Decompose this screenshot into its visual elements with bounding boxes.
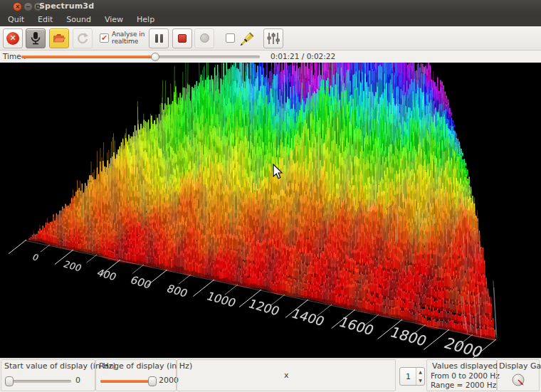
menu-item-help[interactable]: Help	[130, 14, 161, 26]
record-button[interactable]	[194, 28, 214, 48]
range-handle[interactable]	[148, 376, 157, 386]
middle-group: x	[177, 359, 396, 391]
jack-checkbox[interactable]	[226, 33, 235, 43]
open-file-button[interactable]	[49, 28, 69, 48]
quit-button[interactable]: ✕	[3, 28, 23, 48]
mic-button[interactable]	[26, 28, 46, 48]
spectrogram-area[interactable]: 0200400600800100012001400160018002000	[0, 63, 541, 358]
spectrum3d-window: × Spectrum3d Quit Edit Sound View Help ✕	[0, 0, 541, 392]
spinner-up-icon[interactable]: ▲	[416, 368, 424, 376]
menu-item-sound[interactable]: Sound	[60, 14, 98, 26]
pause-icon	[155, 34, 163, 43]
start-value-handle[interactable]	[5, 376, 14, 386]
redo-icon	[75, 31, 90, 46]
redo-button[interactable]	[73, 28, 93, 48]
equalizer-icon	[266, 31, 280, 46]
mouse-cursor	[273, 164, 285, 181]
spinner-down-icon[interactable]: ▼	[416, 376, 424, 385]
bottom-panel: Start value of display (in Hz) 0 Range o…	[0, 358, 541, 392]
time-slider-fill	[21, 55, 155, 58]
jack-plug-icon	[236, 28, 259, 49]
values-displayed-group: Values displayed From 0 to 2000 Hz Range…	[426, 359, 497, 391]
values-displayed-title: Values displayed	[432, 361, 498, 371]
stop-button[interactable]	[172, 28, 192, 48]
spinner-value: 1	[400, 368, 416, 385]
stop-icon	[178, 34, 187, 43]
pause-button[interactable]	[149, 28, 169, 48]
time-slider[interactable]	[21, 55, 260, 58]
microphone-icon	[28, 31, 43, 46]
window-minimize-button[interactable]	[23, 2, 33, 11]
menu-item-edit[interactable]: Edit	[31, 14, 59, 26]
start-value-text: 0	[75, 376, 80, 385]
range-slider[interactable]	[100, 380, 156, 383]
display-gain-group: Display Gain	[497, 359, 540, 391]
titlebar[interactable]: × Spectrum3d	[0, 0, 541, 14]
display-gain-title: Display Gain	[499, 361, 541, 371]
time-slider-handle[interactable]	[151, 53, 159, 61]
window-title: Spectrum3d	[39, 1, 94, 11]
menu-item-view[interactable]: View	[98, 14, 130, 26]
gain-knob[interactable]	[510, 373, 527, 390]
open-folder-icon	[51, 31, 67, 46]
menu-item-quit[interactable]: Quit	[1, 14, 31, 26]
time-position-text: 0:01:21 / 0:02:22	[270, 52, 335, 60]
time-row: Time : 0:01:21 / 0:02:22	[0, 51, 541, 63]
analyse-realtime-label: Analyse in realtime	[112, 31, 146, 46]
range-value-text: 2000	[159, 376, 179, 385]
values-line2: Range = 2000 Hz	[431, 381, 496, 389]
quit-icon: ✕	[6, 32, 19, 45]
equalizer-button[interactable]	[263, 28, 283, 48]
window-close-button[interactable]: ×	[13, 2, 22, 11]
gain-spinner[interactable]: 1 ▲ ▼	[399, 367, 425, 386]
menubar: Quit Edit Sound View Help	[0, 14, 541, 26]
toolbar: ✕ ✔ Analyse in realtime	[0, 26, 541, 51]
x-label: x	[284, 371, 289, 380]
record-icon	[200, 33, 209, 43]
analyse-realtime-checkbox[interactable]: ✔	[100, 33, 109, 43]
values-line1: From 0 to 2000 Hz	[431, 371, 500, 380]
start-value-group: Start value of display (in Hz) 0	[1, 359, 95, 391]
range-group: Range of display (in Hz) 2000	[95, 359, 177, 391]
start-value-slider[interactable]	[6, 380, 71, 383]
